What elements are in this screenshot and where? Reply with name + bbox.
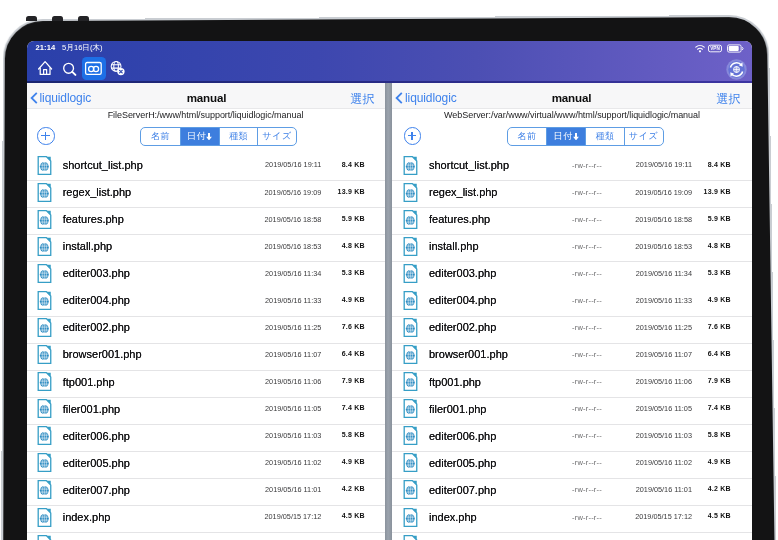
svg-text:VPN: VPN (710, 47, 720, 52)
